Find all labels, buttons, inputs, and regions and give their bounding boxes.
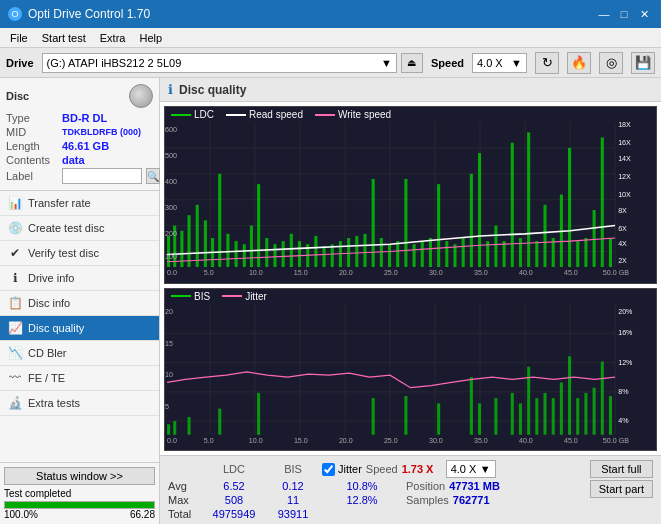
sidebar-item-disc-quality[interactable]: 📈 Disc quality	[0, 316, 159, 341]
samples-value: 762771	[453, 494, 490, 506]
sidebar-item-transfer-rate[interactable]: 📊 Transfer rate	[0, 191, 159, 216]
total-ldc: 4975949	[204, 508, 264, 520]
svg-rect-45	[396, 241, 399, 267]
svg-rect-41	[363, 234, 366, 267]
max-label: Max	[168, 494, 200, 506]
svg-rect-135	[601, 361, 604, 434]
svg-rect-117	[257, 392, 260, 434]
svg-rect-125	[519, 403, 522, 434]
svg-rect-39	[347, 238, 350, 267]
svg-text:25.0: 25.0	[384, 268, 398, 277]
svg-text:500: 500	[165, 151, 177, 160]
svg-rect-130	[560, 382, 563, 434]
svg-rect-43	[380, 238, 383, 267]
start-full-button[interactable]: Start full	[590, 460, 653, 478]
svg-rect-133	[584, 392, 587, 434]
sidebar-item-verify-test-disc[interactable]: ✔ Verify test disc	[0, 241, 159, 266]
progress-size: 66.28	[130, 509, 155, 520]
svg-rect-29	[265, 238, 268, 267]
total-label: Total	[168, 508, 200, 520]
stats-bar: LDC BIS Jitter Speed 1.73 X 4.0 X ▼	[160, 455, 661, 524]
total-bis: 93911	[268, 508, 318, 520]
svg-rect-134	[593, 387, 596, 434]
progress-percent: 100.0%	[4, 509, 38, 520]
sidebar-item-drive-info[interactable]: ℹ Drive info	[0, 266, 159, 291]
svg-text:10X: 10X	[618, 190, 631, 199]
verify-test-disc-label: Verify test disc	[28, 247, 99, 259]
close-button[interactable]: ✕	[635, 5, 653, 23]
svg-rect-35	[314, 236, 317, 267]
svg-text:40.0: 40.0	[519, 436, 533, 445]
disc-type-field: Type BD-R DL	[6, 112, 153, 124]
create-test-disc-icon: 💿	[8, 221, 22, 235]
menu-help[interactable]: Help	[133, 31, 168, 45]
svg-rect-119	[404, 396, 407, 435]
chart2-svg-area: 20% 16% 12% 8% 4% 20 15 10 5 0.0 5.0 10.…	[165, 304, 656, 450]
extra-tests-icon: 🔬	[8, 396, 22, 410]
bis-color	[171, 295, 191, 297]
samples-label: Samples	[406, 494, 449, 506]
svg-text:20%: 20%	[618, 307, 633, 316]
sidebar-item-extra-tests[interactable]: 🔬 Extra tests	[0, 391, 159, 416]
svg-text:4%: 4%	[618, 416, 629, 425]
menu-start-test[interactable]: Start test	[36, 31, 92, 45]
drive-bar: Drive (G:) ATAPI iHBS212 2 5L09 ▼ ⏏ Spee…	[0, 48, 661, 78]
svg-rect-44	[388, 244, 391, 267]
start-buttons: Start full Start part	[590, 460, 653, 498]
sidebar-item-disc-info[interactable]: 📋 Disc info	[0, 291, 159, 316]
save-button[interactable]: 💾	[631, 52, 655, 74]
start-part-button[interactable]: Start part	[590, 480, 653, 498]
read-speed-label: Read speed	[249, 109, 303, 120]
svg-rect-116	[218, 408, 221, 434]
svg-rect-67	[576, 241, 579, 267]
main-layout: Disc Type BD-R DL MID TDKBLDRFB (000) Le…	[0, 78, 661, 524]
menu-file[interactable]: File	[4, 31, 34, 45]
svg-rect-28	[257, 184, 260, 267]
svg-text:18X: 18X	[618, 122, 631, 129]
sidebar-item-create-test-disc[interactable]: 💿 Create test disc	[0, 216, 159, 241]
svg-rect-25	[235, 241, 238, 267]
label-button[interactable]: 🔍	[146, 168, 160, 184]
svg-rect-113	[167, 424, 170, 434]
speed-combo-arrow: ▼	[480, 463, 491, 475]
drive-label: Drive	[6, 57, 34, 69]
svg-text:20.0: 20.0	[339, 268, 353, 277]
speed-stat-combo[interactable]: 4.0 X ▼	[446, 460, 496, 478]
svg-text:0.0: 0.0	[167, 436, 177, 445]
window-controls: — □ ✕	[595, 5, 653, 23]
jitter-check-label: Jitter	[338, 463, 362, 475]
svg-text:50.0 GB: 50.0 GB	[603, 268, 629, 277]
menu-extra[interactable]: Extra	[94, 31, 132, 45]
fe-te-icon: 〰	[8, 371, 22, 385]
speed-combo[interactable]: 4.0 X ▼	[472, 53, 527, 73]
refresh-button[interactable]: ↻	[535, 52, 559, 74]
status-window-button[interactable]: Status window >>	[4, 467, 155, 485]
jitter-checkbox[interactable]	[322, 463, 335, 476]
eject-button[interactable]: ⏏	[401, 53, 423, 73]
svg-rect-36	[323, 246, 326, 267]
sidebar-item-fe-te[interactable]: 〰 FE / TE	[0, 366, 159, 391]
svg-rect-61	[527, 132, 530, 267]
chart1-legend: LDC Read speed Write speed	[165, 107, 656, 122]
legend-read-speed: Read speed	[226, 109, 303, 120]
svg-rect-66	[568, 148, 571, 267]
erase-button[interactable]: ◎	[599, 52, 623, 74]
svg-text:100: 100	[165, 252, 177, 261]
svg-text:10.0: 10.0	[249, 436, 263, 445]
avg-label: Avg	[168, 480, 200, 492]
drive-combo[interactable]: (G:) ATAPI iHBS212 2 5L09 ▼	[42, 53, 397, 73]
svg-rect-59	[511, 143, 514, 267]
svg-rect-70	[601, 138, 604, 267]
svg-text:10: 10	[165, 370, 173, 379]
burn-button[interactable]: 🔥	[567, 52, 591, 74]
minimize-button[interactable]: —	[595, 5, 613, 23]
maximize-button[interactable]: □	[615, 5, 633, 23]
svg-rect-42	[372, 179, 375, 267]
label-input[interactable]	[62, 168, 142, 184]
title-bar: O Opti Drive Control 1.70 — □ ✕	[0, 0, 661, 28]
svg-text:5: 5	[165, 401, 169, 410]
sidebar-item-cd-bler[interactable]: 📉 CD Bler	[0, 341, 159, 366]
svg-text:25.0: 25.0	[384, 436, 398, 445]
speed-header: Speed	[366, 463, 398, 475]
svg-rect-132	[576, 398, 579, 435]
